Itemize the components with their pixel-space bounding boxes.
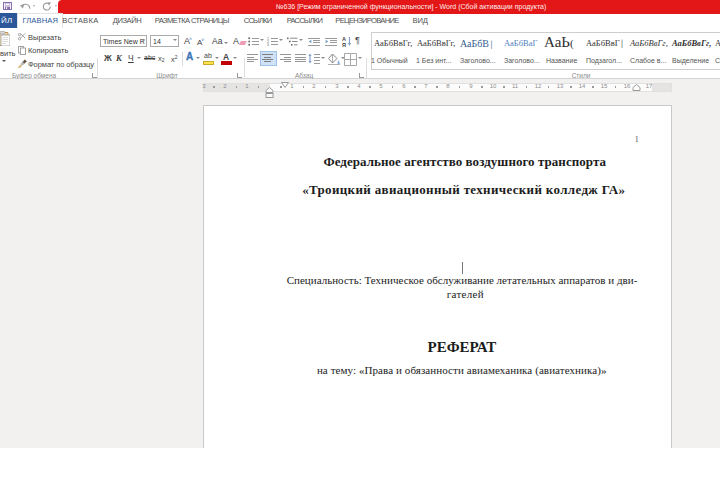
svg-text:3: 3 <box>267 43 269 46</box>
svg-text:Я: Я <box>342 42 346 47</box>
